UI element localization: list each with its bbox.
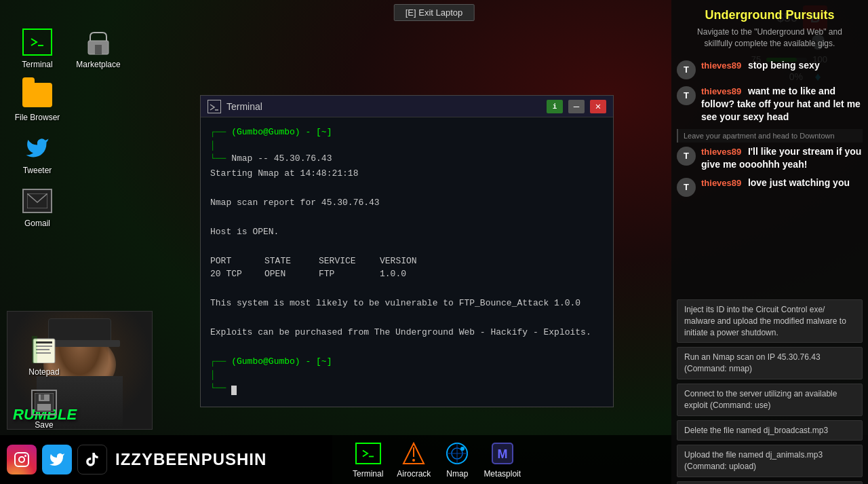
chat-message-2: T thieves89 I'll like your stream if you… [677, 145, 863, 171]
icon-row-3: Tweeter [14, 133, 122, 175]
chat-username-2: thieves89 [701, 147, 741, 157]
terminal-cmd1-text: Nmap -- 45.30.76.43 [231, 153, 332, 164]
marketplace-icon-img [83, 27, 113, 57]
file-browser-icon [22, 80, 52, 110]
marketplace-icon-label: Marketplace [76, 60, 120, 69]
taskbar-airocrack[interactable]: Airocrack [397, 441, 431, 479]
chat-username-0: thieves89 [701, 60, 741, 71]
terminal-line10: Exploits can be purchased from The Under… [210, 326, 604, 339]
terminal-line9 [210, 312, 604, 325]
chat-content-1: thieves89 want me to like and follow? ta… [701, 85, 863, 124]
panel-title: Underground Pursuits [671, 0, 868, 26]
chat-avatar-2: T [677, 147, 696, 166]
col-service-header: SERVICE [319, 255, 380, 268]
tweeter-label: Tweeter [23, 166, 52, 175]
chat-message-3: T thieves89 love just watching you [677, 176, 863, 197]
task-item-4: Upload the file named dj_animals.mp3 (Co… [677, 445, 863, 477]
save-floppy-icon [31, 390, 57, 415]
task-item-3: Delete the file named dj_broadcast.mp3 [677, 420, 863, 441]
chat-content-3: thieves89 love just watching you [701, 176, 863, 189]
col-port-header: PORT [210, 255, 264, 268]
taskbar-terminal-label: Terminal [353, 469, 383, 479]
svg-rect-2 [95, 45, 102, 54]
exit-laptop-button[interactable]: [E] Exit Laptop [394, 4, 475, 21]
terminal-tree-3: └── Nmap -- 45.30.76.43 [210, 152, 604, 166]
terminal-titlebar: Terminal i — ✕ [201, 96, 613, 117]
icon-row-1: Terminal Marketplace [14, 27, 122, 69]
chat-section: T thieves89 stop being sexy T thieves89 … [671, 56, 868, 294]
save-label: Save [35, 420, 53, 430]
svg-rect-9 [32, 336, 37, 363]
taskbar-metasploit[interactable]: M Metasploit [484, 441, 521, 479]
taskbar-nmap[interactable]: Nmap [444, 441, 470, 479]
terminal-close-btn[interactable]: ✕ [590, 100, 606, 113]
twitter-social-icon[interactable] [42, 445, 72, 474]
svg-rect-12 [41, 394, 44, 400]
taskbar-nmap-icon [444, 441, 470, 466]
svg-rect-13 [37, 404, 51, 411]
chat-text-0: stop being sexy [748, 60, 820, 71]
mission-overlay-inline: Leave your apartment and head to Downtow… [677, 129, 863, 143]
terminal-minimize-btn[interactable]: — [568, 100, 585, 113]
col-state-header: STATE [264, 255, 319, 268]
terminal-line5: Host is OPEN. [210, 225, 604, 239]
terminal-port-table: PORT STATE SERVICE VERSION 20 TCP OPEN F… [210, 255, 604, 281]
col-service-val: FTP [319, 267, 380, 281]
terminal-title-text: Terminal [226, 101, 541, 112]
taskbar-airocrack-icon [401, 441, 427, 466]
taskbar-metasploit-label: Metasploit [484, 469, 521, 479]
desktop-icon-file-browser[interactable]: File Browser [14, 80, 61, 122]
task-item-2: Connect to the server utilizing an avail… [677, 384, 863, 416]
chat-content-2: thieves89 I'll like your stream if you g… [701, 145, 863, 171]
taskbar-terminal-icon [355, 441, 381, 466]
tiktok-icon[interactable] [77, 445, 107, 474]
terminal-icon-box [22, 29, 52, 56]
desktop-icons: Terminal Marketplace File Browser [14, 27, 122, 228]
chat-content-0: thieves89 stop being sexy [701, 59, 863, 72]
chat-text-3: love just watching you [748, 177, 850, 188]
terminal-tree-4: ┌── (Gumbo@Gumbo) - [~] [210, 355, 604, 369]
instagram-icon[interactable] [7, 445, 37, 474]
terminal-info-btn[interactable]: i [547, 100, 563, 113]
col-version-header: VERSION [380, 255, 448, 268]
terminal-line2 [210, 181, 604, 195]
terminal-tree-5: │ [210, 369, 604, 382]
taskbar-airocrack-label: Airocrack [397, 469, 431, 479]
svg-point-15 [19, 457, 24, 462]
svg-point-16 [24, 455, 26, 457]
notepad-label: Notepad [28, 367, 59, 377]
terminal-line1: Starting Nmap at 14:48:21:18 [210, 167, 604, 181]
col-state-val: OPEN [264, 267, 319, 281]
chat-message-0: T thieves89 stop being sexy [677, 59, 863, 79]
svg-rect-6 [36, 346, 52, 347]
svg-rect-7 [36, 349, 50, 350]
svg-point-20 [412, 459, 415, 462]
terminal-line8: This system is most likely to be vulnera… [210, 297, 604, 310]
svg-rect-8 [36, 352, 51, 354]
marketplace-icon [83, 27, 113, 57]
chat-avatar-3: T [677, 178, 696, 197]
task-item-0: Inject its ID into the Circuit Control e… [677, 299, 863, 343]
taskbar-terminal[interactable]: Terminal [353, 441, 383, 479]
terminal-line7 [210, 282, 604, 296]
terminal-window: Terminal i — ✕ ┌── (Gumbo@Gumbo) - [~] │… [200, 95, 614, 407]
streamer-name: IZZYBEENPUSHIN [115, 450, 267, 469]
desktop-icon-terminal[interactable]: Terminal [14, 27, 61, 69]
gomail-icon [22, 186, 52, 216]
col-version-val: 1.0.0 [380, 267, 448, 281]
terminal-cursor [231, 386, 237, 395]
desktop-icon-marketplace[interactable]: Marketplace [75, 27, 122, 69]
desktop-icon-save[interactable]: Save [20, 388, 68, 430]
folder-icon-shape [22, 83, 52, 107]
desktop-icon-tweeter[interactable]: Tweeter [14, 133, 61, 175]
col-port-val: 20 TCP [210, 267, 264, 281]
desktop-icon-notepad[interactable]: Notepad [20, 335, 68, 377]
terminal-body[interactable]: ┌── (Gumbo@Gumbo) - [~] │ └── Nmap -- 45… [201, 117, 613, 407]
desktop-icon-gomail[interactable]: Gomail [14, 186, 61, 228]
terminal-line6 [210, 240, 604, 253]
chat-avatar-0: T [677, 60, 696, 79]
terminal-tree-2: │ [210, 139, 604, 153]
taskbar-metasploit-icon: M [490, 441, 515, 466]
svg-rect-14 [15, 453, 28, 466]
save-icon [29, 388, 59, 417]
